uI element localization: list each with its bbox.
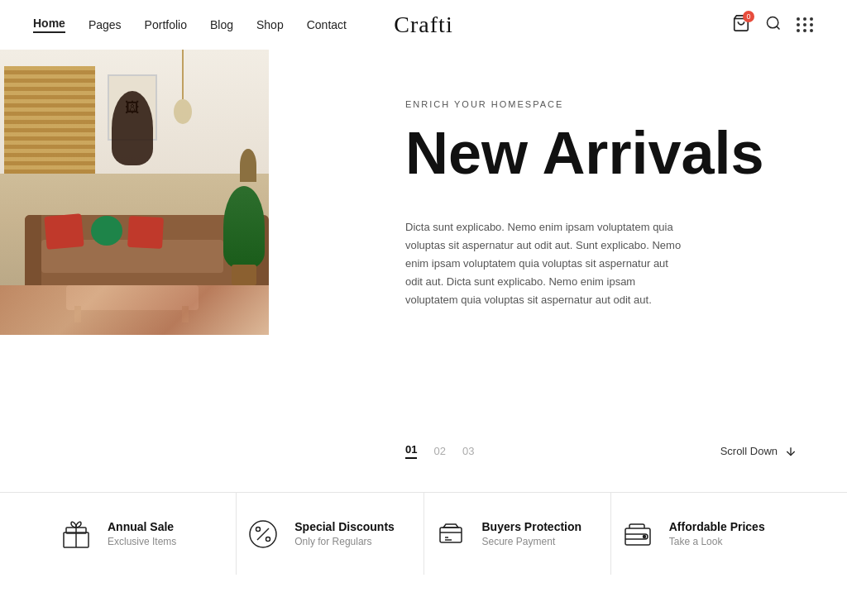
- feature-protection-text: Buyers Protection Secure Payment: [482, 520, 582, 547]
- feature-annual-sale-title: Annual Sale: [108, 520, 176, 533]
- svg-point-1: [768, 17, 778, 28]
- feature-discounts-title: Special Discounts: [294, 520, 395, 533]
- hero-text: ENRICH YOUR HOMESPACE New Arrivals Dicta…: [339, 50, 847, 492]
- svg-point-8: [256, 527, 261, 531]
- feature-protection-subtitle: Secure Payment: [482, 536, 582, 547]
- feature-prices-title: Affordable Prices: [669, 520, 765, 533]
- nav-blog[interactable]: Blog: [210, 18, 233, 31]
- nav-contact[interactable]: Contact: [307, 18, 347, 31]
- hero-subtitle: ENRICH YOUR HOMESPACE: [405, 99, 797, 109]
- feature-protection-title: Buyers Protection: [482, 520, 582, 533]
- navbar: Home Pages Portfolio Blog Shop Contact C…: [0, 0, 847, 50]
- svg-point-9: [266, 537, 270, 541]
- hero-images: 🖼: [0, 50, 339, 492]
- nav-links: Home Pages Portfolio Blog Shop Contact: [33, 17, 347, 33]
- cart-badge: 0: [743, 11, 754, 22]
- feature-protection: Buyers Protection Secure Payment: [424, 493, 611, 575]
- feature-prices: Affordable Prices Take a Look: [611, 493, 797, 575]
- features-bar: Annual Sale Exclusive Items Special Disc…: [0, 492, 847, 575]
- hero-title: New Arrivals: [405, 122, 797, 185]
- nav-actions: 0: [732, 14, 814, 36]
- slide-3[interactable]: 03: [462, 445, 474, 457]
- svg-line-2: [777, 26, 780, 30]
- cart-button[interactable]: 0: [732, 14, 750, 36]
- feature-discounts: Special Discounts Only for Regulars: [237, 493, 424, 575]
- nav-portfolio[interactable]: Portfolio: [145, 18, 187, 31]
- percent-icon: [245, 516, 281, 552]
- svg-line-10: [257, 528, 269, 540]
- nav-shop[interactable]: Shop: [256, 18, 284, 31]
- feature-annual-sale-text: Annual Sale Exclusive Items: [108, 520, 176, 547]
- nav-pages[interactable]: Pages: [89, 18, 122, 31]
- feature-discounts-text: Special Discounts Only for Regulars: [294, 520, 395, 547]
- feature-prices-subtitle: Take a Look: [669, 536, 765, 547]
- shield-payment-icon: [433, 516, 469, 552]
- slide-2[interactable]: 02: [433, 445, 445, 457]
- gift-icon: [58, 516, 94, 552]
- hero-description: Dicta sunt explicabo. Nemo enim ipsam vo…: [405, 218, 687, 309]
- feature-annual-sale-subtitle: Exclusive Items: [108, 536, 176, 547]
- grid-menu-button[interactable]: [797, 17, 814, 32]
- feature-prices-text: Affordable Prices Take a Look: [669, 520, 765, 547]
- slide-1[interactable]: 01: [405, 443, 417, 459]
- site-logo[interactable]: Crafti: [394, 12, 452, 38]
- search-button[interactable]: [765, 15, 782, 35]
- svg-rect-12: [625, 528, 650, 545]
- feature-discounts-subtitle: Only for Regulars: [294, 536, 395, 547]
- slides-navigation: 01 02 03 Scroll Down: [405, 443, 797, 459]
- scroll-down-icon: [784, 445, 797, 458]
- hero-section: 🖼: [0, 50, 847, 492]
- scroll-down-button[interactable]: Scroll Down: [720, 445, 797, 458]
- wallet-icon: [620, 516, 656, 552]
- svg-point-13: [643, 535, 645, 537]
- feature-annual-sale: Annual Sale Exclusive Items: [50, 493, 237, 575]
- nav-home[interactable]: Home: [33, 17, 65, 33]
